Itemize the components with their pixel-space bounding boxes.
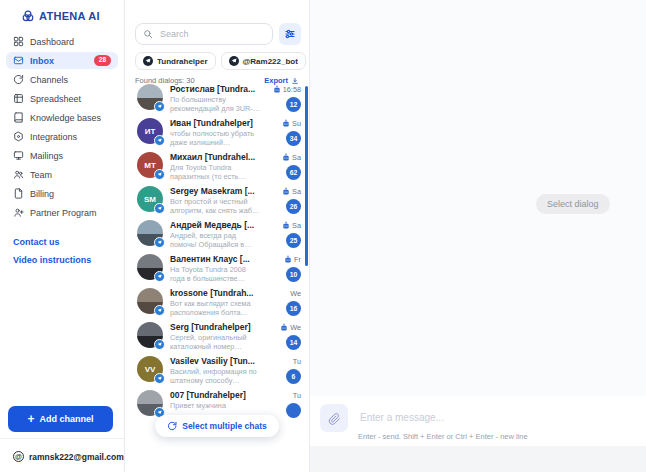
dialog-time: Fr <box>284 255 301 264</box>
avatar <box>137 254 163 280</box>
select-multiple-chats-button[interactable]: Select multiple chats <box>155 415 279 437</box>
bot-icon <box>282 221 290 230</box>
dialog-meta: Tu <box>268 390 301 418</box>
telegram-badge-icon <box>154 101 165 112</box>
dialog-preview: Привет мужчина <box>170 401 261 410</box>
dialog-item[interactable]: krossone [Tundrah...Вот как выглядит схе… <box>125 284 309 318</box>
avatar <box>137 288 163 314</box>
sidebar-item-label: Team <box>30 170 52 180</box>
unread-badge <box>286 403 301 418</box>
video-instructions-link[interactable]: Video instructions <box>13 255 124 265</box>
unread-badge: 10 <box>286 267 301 282</box>
sidebar-item-channels[interactable]: Channels <box>6 71 118 88</box>
contact-us-link[interactable]: Contact us <box>13 237 124 247</box>
sidebar-item-team[interactable]: Team <box>6 166 118 183</box>
filter-chip[interactable]: Tundrahelper <box>135 52 216 70</box>
team-icon <box>13 169 24 180</box>
paperclip-icon <box>328 412 341 425</box>
dialog-item[interactable]: SMSergey Masekram [...Вот простой и чест… <box>125 182 309 216</box>
dialog-time: Tu <box>293 357 301 366</box>
dialog-name: Михаил [Tundrahel... <box>170 152 261 163</box>
knowledge-bases-icon <box>13 112 24 123</box>
dialog-preview: Василий, информация по штатному способу … <box>170 367 261 385</box>
sidebar-item-label: Channels <box>30 75 68 85</box>
add-channel-button[interactable]: + Add channel <box>8 406 113 432</box>
channels-icon <box>13 74 24 85</box>
dialog-time-label: Su <box>292 119 301 128</box>
account-at-icon: @ <box>13 451 24 462</box>
dialog-meta: Sa26 <box>268 186 301 214</box>
telegram-badge-icon <box>154 135 165 146</box>
telegram-badge-icon <box>154 203 165 214</box>
sidebar-item-partner-program[interactable]: Partner Program <box>6 204 118 221</box>
filter-button[interactable] <box>279 23 301 45</box>
telegram-badge-icon <box>154 305 165 316</box>
sidebar-item-label: Dashboard <box>30 37 74 47</box>
attach-file-button[interactable] <box>320 404 348 432</box>
dialog-item[interactable]: VVVasilev Vasiliy [Tun...Василий, информ… <box>125 352 309 386</box>
logo-text: ATHENA AI <box>39 10 100 22</box>
telegram-badge-icon <box>154 169 165 180</box>
sidebar-item-integrations[interactable]: Integrations <box>6 128 118 145</box>
composer-hint: Enter - send. Shift + Enter or Ctrl + En… <box>358 432 636 441</box>
sidebar-item-inbox[interactable]: Inbox28 <box>6 52 118 69</box>
telegram-icon <box>143 56 153 66</box>
dialog-time: Sa <box>282 153 301 162</box>
dialog-item[interactable]: Ростислав [Tundra...По большинству реком… <box>125 80 309 114</box>
dialog-item[interactable]: Serg [Tundrahelper]Сергей, оригинальный … <box>125 318 309 352</box>
dialog-item[interactable]: Андрей Медведь [...Андрей, всегда рад по… <box>125 216 309 250</box>
unread-badge: 16 <box>286 301 301 316</box>
sidebar-nav: DashboardInbox28ChannelsSpreadsheetKnowl… <box>0 33 124 221</box>
dialog-time-label: Tu <box>293 357 301 366</box>
avatar: VV <box>137 356 163 382</box>
dialog-item[interactable]: ИТИван [Tundrahelper]чтобы полностью убр… <box>125 114 309 148</box>
select-dialog-placeholder: Select dialog <box>536 194 610 214</box>
dialog-text: Sergey Masekram [...Вот простой и честны… <box>170 186 261 215</box>
dialog-preview: чтобы полностью убрать даже излишний бар… <box>170 129 261 147</box>
scrollbar[interactable] <box>305 86 308 266</box>
sidebar-item-knowledge-bases[interactable]: Knowledge bases <box>6 109 118 126</box>
inbox-unread-badge: 28 <box>94 55 111 66</box>
dialog-item[interactable]: МТМихаил [Tundrahel...Для Toyota Tundra … <box>125 148 309 182</box>
logo: ATHENA AI <box>0 0 124 31</box>
dialog-meta: We14 <box>268 322 301 350</box>
unread-badge: 6 <box>286 369 301 384</box>
sidebar-item-dashboard[interactable]: Dashboard <box>6 33 118 50</box>
sidebar-item-spreadsheet[interactable]: Spreadsheet <box>6 90 118 107</box>
sidebar-item-label: Mailings <box>30 151 63 161</box>
bot-icon <box>282 153 290 162</box>
dialogs-panel: Tundrahelper@Ram222_bot Found dialogs: 3… <box>125 0 310 472</box>
account[interactable]: @ ramnsk222@gmail.com <box>13 451 124 462</box>
bot-icon <box>284 255 292 264</box>
dialog-text: Андрей Медведь [...Андрей, всегда рад по… <box>170 220 261 249</box>
search-input[interactable] <box>158 28 265 40</box>
spreadsheet-icon <box>13 93 24 104</box>
dialog-preview: По большинству рекомендаций для 3UR-FE о… <box>170 95 261 113</box>
dialog-text: Ростислав [Tundra...По большинству реком… <box>170 84 261 113</box>
dialog-name: 007 [Tundrahelper] <box>170 390 261 401</box>
dialog-item[interactable]: Валентин Клаус [...На Toyota Tundra 2008… <box>125 250 309 284</box>
dialog-text: 007 [Tundrahelper]Привет мужчина <box>170 390 261 410</box>
telegram-badge-icon <box>154 339 165 350</box>
dialog-time: 16:58 <box>273 85 301 94</box>
dialog-time-label: Sa <box>292 221 301 230</box>
telegram-badge-icon <box>154 237 165 248</box>
filter-chip[interactable]: @Ram222_bot <box>221 52 306 70</box>
telegram-badge-icon <box>154 271 165 282</box>
add-channel-label: Add channel <box>40 414 94 424</box>
unread-badge: 25 <box>286 233 301 248</box>
dialog-name: Ростислав [Tundra... <box>170 84 261 95</box>
account-email: ramnsk222@gmail.com <box>29 452 124 462</box>
sidebar-item-mailings[interactable]: Mailings <box>6 147 118 164</box>
dialog-text: Валентин Клаус [...На Toyota Tundra 2008… <box>170 254 261 283</box>
filter-chips: Tundrahelper@Ram222_bot <box>125 50 309 75</box>
message-composer: Enter - send. Shift + Enter or Ctrl + En… <box>310 396 646 446</box>
message-input[interactable] <box>358 411 625 424</box>
search-box[interactable] <box>135 23 273 45</box>
dialog-text: krossone [Tundrah...Вот как выглядит схе… <box>170 288 261 317</box>
sidebar-item-billing[interactable]: Billing <box>6 185 118 202</box>
dialog-name: Sergey Masekram [... <box>170 186 261 197</box>
plus-icon: + <box>27 413 34 425</box>
avatar: SM <box>137 186 163 212</box>
unread-badge: 12 <box>286 97 301 112</box>
